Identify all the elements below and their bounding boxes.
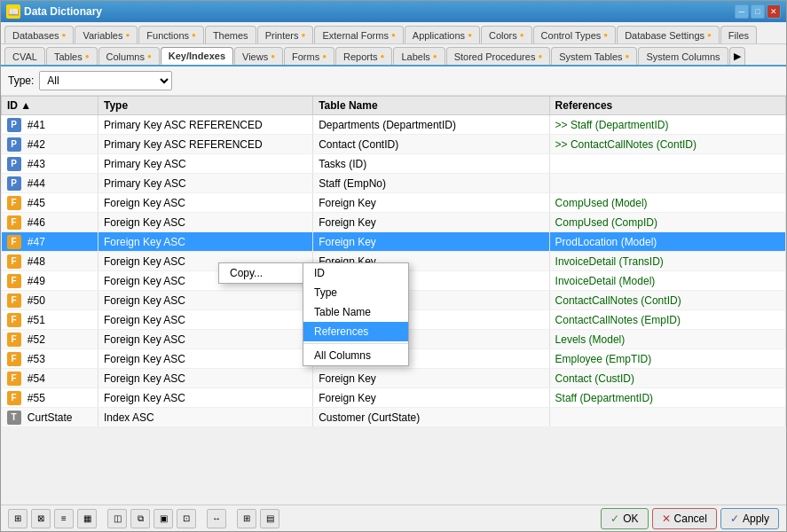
tab-databases[interactable]: Databases <box>4 26 74 43</box>
apply-button[interactable]: ✓ Apply <box>720 508 779 529</box>
type-label: Type: <box>8 74 34 87</box>
tab-system-columns[interactable]: System Columns <box>638 47 728 65</box>
col-header-type[interactable]: Type <box>98 97 312 115</box>
tab-colors[interactable]: Colors <box>481 26 532 43</box>
tab-tables[interactable]: Tables <box>46 47 98 65</box>
separator3 <box>230 509 233 528</box>
tab-columns[interactable]: Columns <box>98 47 160 65</box>
apply-check-icon: ✓ <box>730 512 739 525</box>
status-icon-7[interactable]: ▣ <box>153 509 173 528</box>
cell-references <box>549 174 785 193</box>
status-icon-10[interactable]: ⊞ <box>237 509 256 528</box>
cell-type: Foreign Key ASC <box>98 310 312 330</box>
table-row[interactable]: P #44 Primary Key ASC Staff (EmpNo) <box>2 174 786 193</box>
cell-id: F #51 <box>2 310 98 330</box>
cell-table-name: Contact (ContID) <box>313 135 549 154</box>
cell-references <box>549 154 785 174</box>
ctx-table-name[interactable]: Table Name <box>303 302 408 322</box>
tab-database-settings[interactable]: Database Settings <box>617 26 720 43</box>
cell-table-name: Foreign Key <box>313 193 549 213</box>
maximize-button[interactable]: □ <box>751 4 765 19</box>
col-header-table-name[interactable]: Table Name <box>313 97 549 115</box>
tab-forms[interactable]: Forms <box>284 47 334 65</box>
cell-id: P #43 <box>2 154 98 174</box>
tab-files[interactable]: Files <box>720 26 757 43</box>
cell-table-name: Foreign Key <box>313 232 549 252</box>
tab-overflow-arrow[interactable]: ▶ <box>729 47 745 65</box>
cell-references: Levels (Model) <box>549 330 785 349</box>
status-buttons: ✓ OK ✕ Cancel ✓ Apply <box>601 508 779 529</box>
tab-variables[interactable]: Variables <box>75 26 138 43</box>
cell-id: F #55 <box>2 388 98 408</box>
close-button[interactable]: ✕ <box>767 4 781 19</box>
table-row[interactable]: F #54 Foreign Key ASC Foreign Key Contac… <box>2 369 786 388</box>
cell-references: InvoiceDetail (Model) <box>549 271 785 291</box>
table-row[interactable]: F #55 Foreign Key ASC Foreign Key Staff … <box>2 388 786 408</box>
tab-bar-2: CVAL Tables Columns Key/Indexes Views Fo… <box>1 44 786 66</box>
type-select[interactable]: All Primary Key Foreign Key Index <box>39 71 172 90</box>
tab-stored-procedures[interactable]: Stored Procedures <box>446 47 551 65</box>
status-icon-3[interactable]: ≡ <box>54 509 74 528</box>
col-header-id[interactable]: ID ▲ <box>2 97 98 115</box>
cell-type: Foreign Key ASC <box>98 369 312 388</box>
cell-table-name: Staff (EmpNo) <box>313 174 549 193</box>
status-icon-9[interactable]: ↔ <box>207 509 226 528</box>
cell-table-name: Customer (CurtState) <box>313 408 549 427</box>
tab-system-tables[interactable]: System Tables <box>551 47 637 65</box>
data-table: ID ▲ Type Table Name References P #41 Pr… <box>1 96 786 427</box>
status-icon-11[interactable]: ▤ <box>260 509 279 528</box>
status-icon-5[interactable]: ◫ <box>107 509 127 528</box>
table-container: ID ▲ Type Table Name References P #41 Pr… <box>1 96 786 505</box>
table-row[interactable]: F #46 Foreign Key ASC Foreign Key CompUs… <box>2 213 786 232</box>
tab-applications[interactable]: Applications <box>405 26 480 43</box>
tab-reports[interactable]: Reports <box>335 47 392 65</box>
row-badge: P <box>7 157 21 171</box>
cell-references: ProdLocation (Model) <box>549 232 785 252</box>
status-icon-6[interactable]: ⧉ <box>130 509 150 528</box>
ok-button[interactable]: ✓ OK <box>601 508 648 529</box>
cancel-x-icon: ✕ <box>662 512 671 525</box>
cell-id: F #45 <box>2 193 98 213</box>
status-icon-2[interactable]: ⊠ <box>31 509 51 528</box>
ctx-type[interactable]: Type <box>303 283 408 302</box>
tab-cval[interactable]: CVAL <box>4 47 45 65</box>
cell-id: P #41 <box>2 115 98 135</box>
tab-labels[interactable]: Labels <box>393 47 445 65</box>
cell-type: Foreign Key ASC <box>98 232 312 252</box>
title-bar-left: 📖 Data Dictionary <box>6 4 102 19</box>
row-badge: F <box>7 293 21 308</box>
cancel-button[interactable]: ✕ Cancel <box>652 508 717 529</box>
cell-references: InvoiceDetail (TransID) <box>549 252 785 271</box>
status-icon-4[interactable]: ▦ <box>77 509 97 528</box>
cell-id: F #52 <box>2 330 98 349</box>
ctx-id[interactable]: ID <box>303 263 408 283</box>
cell-type: Primary Key ASC REFERENCED <box>98 115 312 135</box>
status-icon-8[interactable]: ⊡ <box>177 509 196 528</box>
cell-id: F #47 <box>2 232 98 252</box>
row-badge: T <box>7 411 21 425</box>
table-row[interactable]: F #47 Foreign Key ASC Foreign Key ProdLo… <box>2 232 786 252</box>
table-row[interactable]: T CurtState Index ASC Customer (CurtStat… <box>2 408 786 427</box>
tab-external-forms[interactable]: External Forms <box>314 26 403 43</box>
separator <box>100 509 104 528</box>
ctx-all-columns[interactable]: All Columns <box>303 346 408 365</box>
ctx-references[interactable]: References <box>303 322 408 341</box>
tab-key-indexes[interactable]: Key/Indexes <box>161 47 233 65</box>
tab-themes[interactable]: Themes <box>205 26 256 43</box>
minimize-button[interactable]: ─ <box>735 4 749 19</box>
cell-table-name: Foreign Key <box>313 388 549 408</box>
cell-type: Foreign Key ASC <box>98 349 312 369</box>
cell-type: Foreign Key ASC <box>98 193 312 213</box>
table-row[interactable]: P #41 Primary Key ASC REFERENCED Departm… <box>2 115 786 135</box>
tab-printers[interactable]: Printers <box>257 26 314 43</box>
tab-views[interactable]: Views <box>234 47 283 65</box>
cell-id: F #53 <box>2 349 98 369</box>
col-header-references[interactable]: References <box>549 97 785 115</box>
cell-id: P #42 <box>2 135 98 154</box>
table-row[interactable]: F #45 Foreign Key ASC Foreign Key CompUs… <box>2 193 786 213</box>
table-row[interactable]: P #43 Primary Key ASC Tasks (ID) <box>2 154 786 174</box>
tab-functions[interactable]: Functions <box>138 26 204 43</box>
table-row[interactable]: P #42 Primary Key ASC REFERENCED Contact… <box>2 135 786 154</box>
status-icon-1[interactable]: ⊞ <box>8 509 28 528</box>
tab-control-types[interactable]: Control Types <box>533 26 617 43</box>
